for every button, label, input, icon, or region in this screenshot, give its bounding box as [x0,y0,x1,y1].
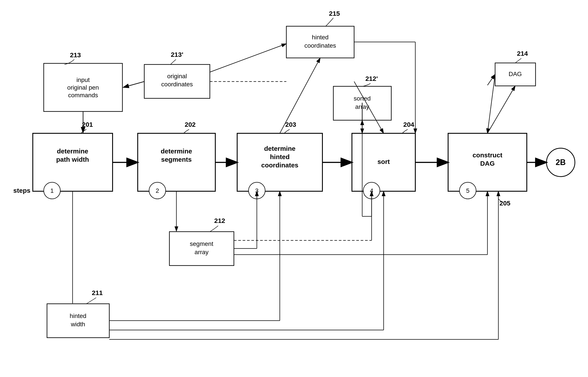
step5-label: 5 [466,187,470,194]
input-pen-label2: original pen [67,84,99,91]
node-2b-label: 2B [556,158,566,167]
ref-203-label: 203 [285,121,296,128]
construct-dag-label1: construct [473,152,503,159]
input-pen-label3: commands [68,92,98,99]
ref-211-label: 211 [92,289,103,296]
ref-213-label: 213 [70,51,81,59]
segment-array-label1: segment [190,240,213,247]
orig-coords-label2: coordinates [161,81,193,88]
ref-211-line [86,298,96,304]
ref-201-line [81,130,86,133]
input-pen-label: input [77,76,90,83]
det-segments-label1: determine [161,148,192,155]
hinted-width-label2: width [71,321,85,328]
segment-array-label2: array [195,249,209,256]
ref-212prime-label: 212' [365,75,378,82]
arrow-orig-to-pen [123,82,144,87]
ref-203-line [284,130,290,133]
ref-215-label: 215 [329,10,340,17]
ref-202-label: 202 [185,121,196,128]
ref-212prime-line [363,83,371,86]
steps-label: steps [13,187,30,194]
ref-215-line [326,18,333,26]
ref-213prime-line [170,59,176,64]
ref-214-label: 214 [517,50,528,57]
ref-205-label: 205 [499,200,510,207]
dag-label: DAG [509,71,522,77]
det-hinted-label1: determine [264,145,295,152]
sort-label: sort [377,158,390,165]
ref-213prime-label: 213' [171,51,183,58]
det-path-width-label1: determine [57,148,88,155]
arrow-orig-to-hinted [210,44,286,72]
ref-212-line [210,226,218,232]
hinted-width-label1: hinted [70,313,86,319]
ref-214-line [515,58,521,63]
step1-label: 1 [50,187,54,194]
ref-204-label: 204 [403,121,414,128]
det-segments-label2: segments [161,156,192,163]
construct-dag-label2: DAG [480,160,495,167]
hinted-coords-label1: hinted [312,34,329,41]
hinted-coords-label2: coordinates [305,42,336,49]
step2-label: 2 [156,187,159,194]
ref-202-line [184,130,189,133]
det-hinted-label3: coordinates [261,162,298,169]
construct-to-dag-arrow [487,86,515,133]
ref-201-label: 201 [82,121,93,128]
orig-coords-label1: original [167,73,187,80]
ref-204-line [402,130,408,133]
ref-212-label: 212 [214,217,225,224]
det-hinted-to-hinted-top [280,58,320,133]
det-path-width-label2: path width [56,156,89,163]
det-hinted-label2: hinted [270,153,290,160]
